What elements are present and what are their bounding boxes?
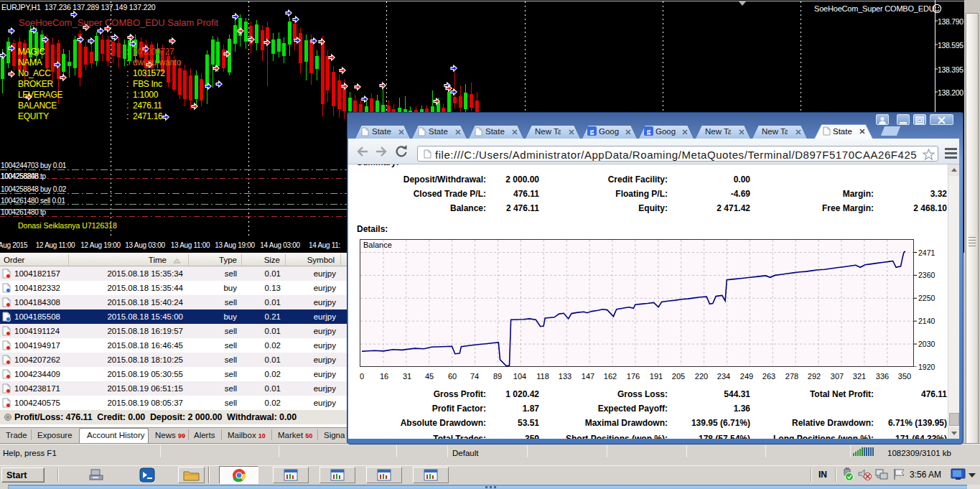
svg-text:Balance: Balance xyxy=(363,241,392,249)
